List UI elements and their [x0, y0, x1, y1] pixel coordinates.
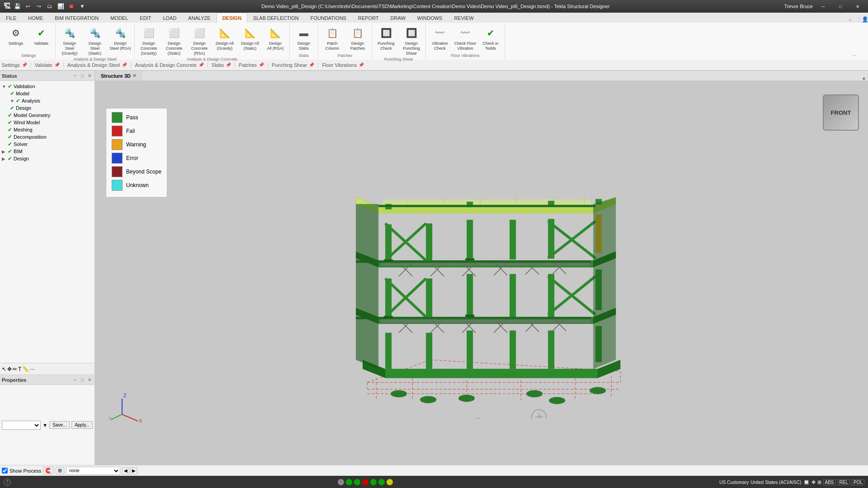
patch-column-btn[interactable]: 📋 Patch Column	[320, 24, 344, 52]
design-all-rsa-btn[interactable]: 📐 Design All (RSA)	[263, 24, 288, 52]
nav-prev-btn[interactable]: ◀	[122, 467, 129, 474]
qat-stop[interactable]: ⏹	[67, 2, 76, 10]
design-slabs-btn[interactable]: ▬ Design Slabs	[292, 24, 316, 52]
status-restore-btn[interactable]: □	[79, 73, 85, 79]
design-steel-rsa-btn[interactable]: 🔩 Design Steel (RSA)	[108, 24, 132, 52]
props-dropdown[interactable]	[2, 421, 41, 430]
design-punching-shear-btn[interactable]: 🔲 Design Punching Shear	[399, 24, 424, 57]
tree-analysis[interactable]: ▼ ✔ Analysis	[2, 97, 93, 104]
tree-model-geometry[interactable]: ▶ ✔ Model Geometry	[2, 112, 93, 119]
toolbar-settings-pin[interactable]: 📌	[22, 62, 27, 67]
close-btn[interactable]: ✕	[851, 2, 864, 11]
toolbar-validate-pin[interactable]: 📌	[54, 62, 60, 67]
show-process-checkbox[interactable]	[2, 468, 8, 474]
status-close-btn[interactable]: ✕	[86, 73, 93, 79]
status-panel-title: Status	[2, 73, 17, 79]
check-in-tedds-btn[interactable]: ✔ Check in Tedds	[478, 24, 503, 52]
qat-save[interactable]: 💾	[13, 2, 22, 10]
props-minimize-btn[interactable]: ─	[72, 377, 78, 383]
props-close-btn[interactable]: ✕	[86, 377, 93, 383]
vibration-check-btn[interactable]: 〰 Vibration Check	[428, 24, 452, 52]
qat-redo[interactable]: ↪	[34, 2, 43, 10]
validate-btn[interactable]: ✔ Validate	[29, 24, 53, 52]
viewport-tab-structure3d[interactable]: Structure 3D ✕	[95, 71, 142, 80]
rel-btn[interactable]: REL	[838, 479, 850, 485]
toolbar-patches-pin[interactable]: 📌	[259, 62, 264, 67]
design-concrete-rsa-btn[interactable]: ⬜ Design Concrete (RSA)	[187, 24, 212, 57]
tab-analyze[interactable]: ANALYZE	[182, 13, 216, 23]
tree-design-root[interactable]: ▶ ✔ Design	[2, 155, 93, 162]
validation-expand-icon[interactable]: ▼	[2, 84, 6, 89]
design-concrete-static-btn[interactable]: ⬜ Design Concrete (Static)	[162, 24, 186, 57]
tab-slab-deflection[interactable]: SLAB DEFLECTION	[247, 13, 305, 23]
ribbon-user-btn[interactable]: 👤	[862, 16, 868, 23]
tree-wind-model[interactable]: ▶ ✔ Wind Model	[2, 119, 93, 126]
qat-undo[interactable]: ↩	[24, 2, 33, 10]
status-help-icon[interactable]: ?	[4, 479, 11, 486]
props-restore-btn[interactable]: □	[79, 377, 85, 383]
tab-file[interactable]: FILE	[0, 13, 22, 23]
tab-draw[interactable]: DRAW	[385, 13, 411, 23]
tab-load[interactable]: LOAD	[157, 13, 182, 23]
toolbar-vibrations-pin[interactable]: 📌	[359, 62, 364, 67]
qat-model[interactable]: 🗂	[45, 2, 54, 10]
viewport-tab-close-btn[interactable]: ✕	[132, 73, 136, 78]
qat-more[interactable]: ▼	[78, 2, 87, 10]
tool-pencil-icon[interactable]: ✏	[13, 366, 17, 372]
ribbon-collapse-btn[interactable]: ▲	[847, 16, 854, 23]
nav-cube[interactable]: FRONT	[823, 94, 859, 131]
ribbon-help-btn[interactable]: ?	[855, 16, 862, 23]
tool-text-icon[interactable]: T	[18, 366, 21, 372]
tree-model[interactable]: ✔ Model	[2, 90, 93, 97]
tree-design[interactable]: ✔ Design	[2, 104, 93, 112]
minimize-btn[interactable]: ─	[816, 2, 830, 11]
punching-check-btn[interactable]: 🔲 Punching Check	[374, 24, 398, 52]
tab-edit[interactable]: EDIT	[134, 13, 157, 23]
tab-windows[interactable]: WINDOWS	[411, 13, 448, 23]
tab-review[interactable]: REVIEW	[448, 13, 479, 23]
tool-measure-icon[interactable]: 📏	[22, 366, 29, 372]
nav-next-btn[interactable]: ▶	[130, 467, 137, 474]
tab-foundations[interactable]: FOUNDATIONS	[305, 13, 352, 23]
design-concrete-gravity-btn[interactable]: ⬜ Design Concrete (Gravity)	[137, 24, 161, 57]
toolbar-punching-pin[interactable]: 📌	[309, 62, 314, 67]
toolbar-slabs-pin[interactable]: 📌	[226, 62, 231, 67]
pol-btn[interactable]: POL	[852, 479, 864, 485]
viewport-collapse-btn[interactable]: ▲	[862, 75, 866, 80]
toolbar-concrete-pin[interactable]: 📌	[198, 62, 204, 67]
design-all-gravity-btn[interactable]: 📐 Design All (Gravity)	[212, 24, 237, 52]
save-btn[interactable]: Save...	[49, 421, 70, 429]
tree-solver[interactable]: ▶ ✔ Solver	[2, 141, 93, 148]
design-patches-btn[interactable]: 📋 Design Patches	[345, 24, 370, 52]
check-floor-vibration-btn[interactable]: 〰 Check Floor Vibration	[453, 24, 477, 52]
tree-meshing[interactable]: ▶ ✔ Meshing	[2, 126, 93, 133]
tb-snap-btn[interactable]: 🧲	[43, 467, 54, 474]
design-root-expand-icon[interactable]: ▶	[2, 156, 6, 161]
tb-filter-btn[interactable]: ⊞	[56, 467, 64, 474]
tab-bim-integration[interactable]: BIM INTEGRATION	[49, 13, 104, 23]
tab-home[interactable]: HOME	[22, 13, 49, 23]
tree-bim[interactable]: ▶ ✔ BIM	[2, 148, 93, 155]
process-dropdown[interactable]: none	[66, 467, 120, 475]
ribbon-more-btn[interactable]: ···	[853, 53, 866, 58]
tool-select-icon[interactable]: ↖	[2, 366, 6, 372]
tab-report[interactable]: REPORT	[352, 13, 385, 23]
analysis-expand-icon[interactable]: ▼	[10, 99, 14, 103]
tab-model[interactable]: MODEL	[104, 13, 134, 23]
qat-analyze[interactable]: 📊	[56, 2, 65, 10]
apply-btn[interactable]: Apply...	[71, 421, 93, 429]
status-minimize-btn[interactable]: ─	[72, 73, 78, 79]
tool-more-icon[interactable]: ···	[30, 366, 34, 372]
tree-validation[interactable]: ▼ ✔ Validation	[2, 83, 93, 90]
design-steel-gravity-btn[interactable]: 🔩 Design Steel (Gravity)	[57, 24, 82, 57]
tool-move-icon[interactable]: ✥	[7, 366, 12, 372]
tab-design[interactable]: DESIGN	[217, 13, 247, 23]
bim-expand-icon[interactable]: ▶	[2, 149, 6, 154]
toolbar-steel-pin[interactable]: 📌	[122, 62, 127, 67]
design-steel-static-btn[interactable]: 🔩 Design Steel (Static)	[83, 24, 107, 57]
design-all-static-btn[interactable]: 📐 Design All (Static)	[238, 24, 262, 52]
tree-decomposition[interactable]: ▶ ✔ Decomposition	[2, 133, 93, 141]
abs-btn[interactable]: ABS	[823, 479, 836, 485]
maximize-btn[interactable]: □	[834, 2, 847, 11]
settings-btn[interactable]: ⚙ Settings	[4, 24, 28, 52]
